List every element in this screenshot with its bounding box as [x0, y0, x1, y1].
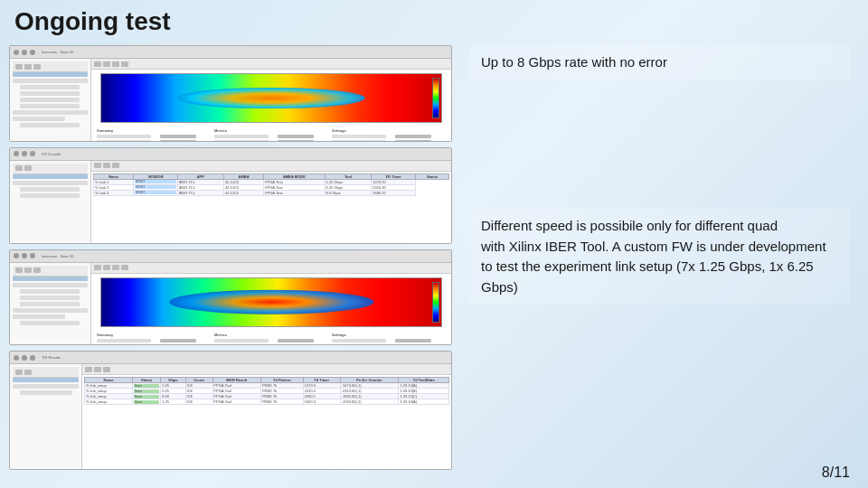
- tb-btn-3[interactable]: [33, 64, 41, 70]
- main-tb-3[interactable]: [112, 61, 119, 67]
- metrics-label-3: [214, 339, 269, 343]
- main-toolbar-2: [91, 161, 451, 172]
- metrics-header-2: Metrics: [214, 333, 328, 337]
- sidebar-item-19[interactable]: [13, 308, 88, 313]
- main-tb-8[interactable]: [94, 265, 101, 270]
- col-header-status: Status: [416, 174, 449, 179]
- annotations-area: Up to 8 Gbps rate with no error Differen…: [470, 45, 850, 470]
- panel-body-2: Name VENDOR APP AMBA AMBA MODE Tool FD T…: [10, 161, 451, 243]
- panel-main-2: Name VENDOR APP AMBA AMBA MODE Tool FD T…: [91, 161, 451, 243]
- sidebar-toolbar-3: [13, 266, 88, 277]
- sidebar-item-11[interactable]: [13, 181, 88, 185]
- main-tb-10[interactable]: [112, 265, 119, 270]
- metrics-row-3: [214, 339, 328, 343]
- annotation-1: Up to 8 Gbps rate with no error: [470, 45, 850, 80]
- cell: ICE: [185, 399, 212, 405]
- sidebar-item-23[interactable]: [13, 384, 79, 389]
- tb-btn-10[interactable]: [24, 370, 32, 375]
- metrics-value-1: [278, 135, 314, 138]
- sidebar-item-24[interactable]: [20, 390, 72, 395]
- stats-col-3: Settings: [332, 128, 446, 141]
- dot4: [14, 151, 19, 156]
- cell: 1.29.14(A): [399, 399, 449, 405]
- panel-body-3: Summary Metrics: [10, 263, 451, 345]
- sidebar-item-17[interactable]: [20, 296, 80, 300]
- cell: 42-51C5: [223, 190, 263, 195]
- panel-title-label-1: Isocurves - Scan 55: [42, 50, 73, 54]
- main-tb-12[interactable]: [85, 367, 92, 372]
- sidebar-item-20[interactable]: [13, 314, 65, 319]
- sidebar-item-4[interactable]: [20, 91, 80, 96]
- settings-row-1: [332, 135, 446, 138]
- page-number: 8/11: [822, 465, 850, 481]
- sidebar-item-18[interactable]: [20, 302, 80, 306]
- tb-btn-1[interactable]: [15, 64, 23, 70]
- panel-middle: FD Console: [9, 147, 452, 244]
- main-tb-6[interactable]: [103, 163, 110, 168]
- table-row: % link_setup Reset 1.25 ICE FPGA-Tool PR…: [85, 399, 449, 405]
- tb-btn-5[interactable]: [24, 165, 32, 171]
- sidebar-toolbar-2: [13, 164, 88, 174]
- page-title: Ongoing test: [14, 7, 171, 36]
- main-toolbar-1: [91, 59, 451, 70]
- sidebar-item-9[interactable]: [20, 123, 80, 127]
- cell: 8.0 Gbps: [325, 190, 372, 195]
- colorbar-2: [432, 282, 439, 323]
- sidebar-item-13[interactable]: [20, 193, 80, 198]
- main-tb-11[interactable]: [121, 265, 128, 270]
- metrics-value-4: [278, 344, 314, 345]
- sidebar-item-12[interactable]: [20, 187, 80, 192]
- metrics-label-4: [214, 344, 269, 345]
- sidebar-item-21[interactable]: [20, 321, 80, 325]
- main-tb-14[interactable]: [103, 367, 110, 372]
- stats-value-4: [160, 339, 196, 343]
- dot1: [14, 50, 19, 55]
- stats-label-4: [97, 339, 151, 343]
- sidebar-item-22[interactable]: [13, 378, 79, 382]
- metrics-row-4: [214, 344, 328, 345]
- stats-header-2: Summary: [97, 333, 211, 337]
- tb-btn-6[interactable]: [15, 267, 23, 273]
- sidebar-item-1[interactable]: [13, 72, 88, 77]
- settings-row-2: [332, 140, 446, 141]
- main-tb-7[interactable]: [112, 163, 119, 168]
- tb-btn-9[interactable]: [15, 370, 23, 375]
- cell: FPGA-Test: [264, 190, 325, 195]
- sidebar-item-10[interactable]: [13, 174, 88, 179]
- sidebar-item-16[interactable]: [20, 289, 80, 294]
- sidebar-item-5[interactable]: [20, 98, 80, 102]
- stats-section-2: Summary Metrics: [91, 331, 451, 345]
- panel-title-label-2: FD Console: [42, 152, 61, 156]
- stats-col-6: Settings: [332, 333, 446, 345]
- cell: % Link 3: [94, 190, 134, 195]
- cell: 1.25: [161, 399, 185, 405]
- main-tb-9[interactable]: [103, 265, 110, 270]
- sidebar-item-14[interactable]: [13, 277, 88, 281]
- tb-btn-7[interactable]: [24, 267, 32, 273]
- panel-sidebar-3: [10, 263, 91, 345]
- stats-section-1: Summary: [91, 127, 451, 141]
- main-tb-1[interactable]: [94, 61, 101, 67]
- main-tb-5[interactable]: [94, 163, 101, 168]
- tb-btn-2[interactable]: [24, 64, 32, 70]
- annotation-1-text: Up to 8 Gbps rate with no error: [481, 52, 839, 73]
- main-tb-2[interactable]: [103, 61, 110, 67]
- panel-titlebar-2: FD Console: [10, 148, 451, 161]
- settings-label-5: [332, 344, 386, 345]
- sidebar-item-8[interactable]: [13, 117, 65, 121]
- settings-value-4: [395, 339, 431, 343]
- sidebar-item-6[interactable]: [20, 104, 80, 108]
- sidebar-item-7[interactable]: [13, 110, 88, 115]
- stats-header-1: Summary: [97, 128, 211, 133]
- sidebar-item-15[interactable]: [13, 283, 88, 287]
- sidebar-item-3[interactable]: [20, 85, 80, 89]
- tb-btn-4[interactable]: [15, 165, 23, 171]
- sidebar-item-2[interactable]: [13, 79, 88, 83]
- main-toolbar-3: [91, 263, 451, 274]
- main-tb-4[interactable]: [121, 61, 128, 67]
- tb-btn-8[interactable]: [33, 267, 41, 273]
- panel-top-left: Isocurves - Scan 55: [9, 45, 452, 142]
- stats-row-1: [97, 135, 211, 138]
- annotation-2-text: Different speed is possibile only for di…: [481, 216, 839, 297]
- main-tb-13[interactable]: [94, 367, 101, 372]
